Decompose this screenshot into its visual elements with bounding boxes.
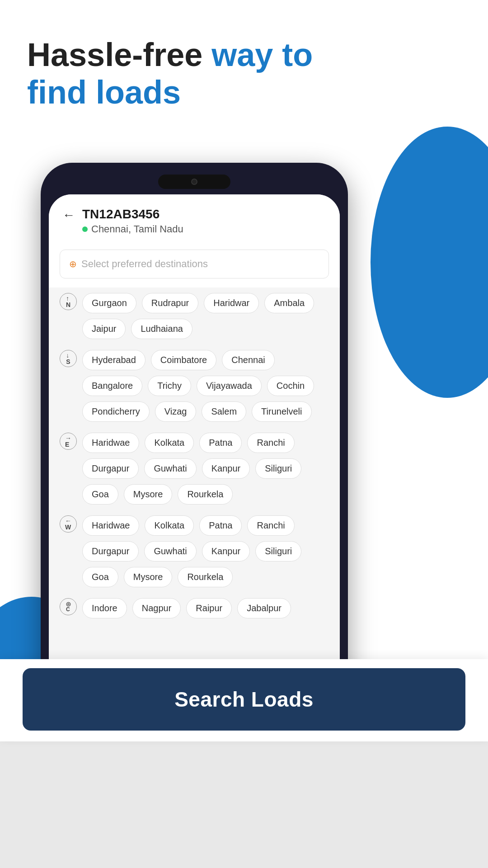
north-header: ↑N Gurgaon Rudrapur Haridwar Ambala Jaip… <box>60 293 329 339</box>
destination-search-field[interactable]: ⊕ Select preferred destinations <box>60 250 329 278</box>
tag-tirunelveli[interactable]: Tirunelveli <box>252 401 311 422</box>
tag-trichy[interactable]: Trichy <box>148 376 191 396</box>
bottom-hint-bar <box>0 741 488 868</box>
tag-chennai[interactable]: Chennai <box>222 350 275 370</box>
central-tags: Indore Nagpur Raipur Jabalpur <box>82 598 329 618</box>
tag-vijayawada[interactable]: Vijayawada <box>197 376 262 396</box>
bottom-action-bar: Search Loads <box>0 659 488 741</box>
location-pin-icon: ⊕ <box>69 259 77 269</box>
north-section: ↑N Gurgaon Rudrapur Haridwar Ambala Jaip… <box>60 293 329 339</box>
west-icon: ←W <box>60 515 77 533</box>
search-loads-button[interactable]: Search Loads <box>23 668 465 731</box>
tag-ambala[interactable]: Ambala <box>264 293 314 313</box>
tag-siliguri-w[interactable]: Siliguri <box>255 541 301 561</box>
east-header: →E Haridwae Kolkata Patna Ranchi Durgapu… <box>60 433 329 505</box>
tag-jaipur[interactable]: Jaipur <box>82 319 126 339</box>
tag-guwhati-w[interactable]: Guwhati <box>144 541 196 561</box>
north-tags: Gurgaon Rudrapur Haridwar Ambala Jaipur … <box>82 293 329 339</box>
tag-kolkata-e[interactable]: Kolkata <box>145 433 194 453</box>
back-button[interactable]: ← <box>62 208 75 222</box>
tag-haridwae-e[interactable]: Haridwae <box>82 433 139 453</box>
tag-vizag[interactable]: Vizag <box>155 401 197 422</box>
phone-mockup: ← TN12AB3456 Chennai, Tamil Nadu ⊕ Selec… <box>41 163 348 745</box>
tag-kanpur-e[interactable]: Kanpur <box>202 458 250 479</box>
phone-camera <box>191 179 197 185</box>
east-tags: Haridwae Kolkata Patna Ranchi Durgapur G… <box>82 433 329 505</box>
tag-guwhati-e[interactable]: Guwhati <box>144 458 196 479</box>
location-text: Chennai, Tamil Nadu <box>91 223 183 235</box>
south-tags: Hyderabad Coimbatore Chennai Bangalore T… <box>82 350 329 422</box>
search-placeholder: Select preferred destinations <box>81 258 208 270</box>
tag-coimbatore[interactable]: Coimbatore <box>151 350 216 370</box>
tag-indore[interactable]: Indore <box>82 598 127 618</box>
tag-hyderabad[interactable]: Hyderabad <box>82 350 145 370</box>
tag-jabalpur[interactable]: Jabalpur <box>237 598 291 618</box>
phone-frame: ← TN12AB3456 Chennai, Tamil Nadu ⊕ Selec… <box>41 163 348 745</box>
tag-durgapur-e[interactable]: Durgapur <box>82 458 139 479</box>
vehicle-id: TN12AB3456 <box>82 207 183 222</box>
west-header: ←W Haridwae Kolkata Patna Ranchi Durgapu… <box>60 515 329 587</box>
tag-goa-w[interactable]: Goa <box>82 567 118 587</box>
tag-kanpur-w[interactable]: Kanpur <box>202 541 250 561</box>
headline-part1: Hassle-free <box>27 37 211 73</box>
tag-rourkela-e[interactable]: Rourkela <box>178 484 233 505</box>
tag-bangalore[interactable]: Bangalore <box>82 376 142 396</box>
screen-header: ← TN12AB3456 Chennai, Tamil Nadu <box>49 194 340 242</box>
tag-kolkata-w[interactable]: Kolkata <box>145 515 194 536</box>
tag-cochin[interactable]: Cochin <box>267 376 314 396</box>
central-icon: ◎C <box>60 598 77 615</box>
tag-patna-e[interactable]: Patna <box>199 433 242 453</box>
west-tags: Haridwae Kolkata Patna Ranchi Durgapur G… <box>82 515 329 587</box>
central-section: ◎C Indore Nagpur Raipur Jabalpur <box>60 598 329 618</box>
east-section: →E Haridwae Kolkata Patna Ranchi Durgapu… <box>60 433 329 505</box>
tag-patna-w[interactable]: Patna <box>199 515 242 536</box>
tag-gurgaon[interactable]: Gurgaon <box>82 293 136 313</box>
phone-notch-bar <box>49 171 340 194</box>
south-section: ↓S Hyderabad Coimbatore Chennai Bangalor… <box>60 350 329 422</box>
tag-ranchi-e[interactable]: Ranchi <box>247 433 294 453</box>
destinations-container: ↑N Gurgaon Rudrapur Haridwar Ambala Jaip… <box>49 288 340 635</box>
search-container: ⊕ Select preferred destinations <box>49 242 340 288</box>
phone-screen: ← TN12AB3456 Chennai, Tamil Nadu ⊕ Selec… <box>49 194 340 737</box>
tag-durgapur-w[interactable]: Durgapur <box>82 541 139 561</box>
tag-rudrapur[interactable]: Rudrapur <box>142 293 198 313</box>
vehicle-location: Chennai, Tamil Nadu <box>82 223 183 235</box>
tag-siliguri-e[interactable]: Siliguri <box>255 458 301 479</box>
south-icon: ↓S <box>60 350 77 367</box>
tag-salem[interactable]: Salem <box>202 401 246 422</box>
tag-nagpur[interactable]: Nagpur <box>132 598 181 618</box>
tag-mysore-e[interactable]: Mysore <box>124 484 173 505</box>
online-status-dot <box>82 226 88 232</box>
tag-goa-e[interactable]: Goa <box>82 484 118 505</box>
phone-notch <box>158 175 230 189</box>
tag-raipur[interactable]: Raipur <box>186 598 232 618</box>
tag-ludhaiana[interactable]: Ludhaiana <box>131 319 192 339</box>
south-header: ↓S Hyderabad Coimbatore Chennai Bangalor… <box>60 350 329 422</box>
decorative-circle-right <box>371 127 488 398</box>
vehicle-info: TN12AB3456 Chennai, Tamil Nadu <box>82 207 183 235</box>
headline: Hassle-free way to find loads <box>27 36 343 111</box>
tag-haridwar[interactable]: Haridwar <box>204 293 259 313</box>
tag-rourkela-w[interactable]: Rourkela <box>178 567 233 587</box>
tag-mysore-w[interactable]: Mysore <box>124 567 173 587</box>
tag-pondicherry[interactable]: Pondicherry <box>82 401 150 422</box>
west-section: ←W Haridwae Kolkata Patna Ranchi Durgapu… <box>60 515 329 587</box>
east-icon: →E <box>60 433 77 450</box>
tag-haridwae-w[interactable]: Haridwae <box>82 515 139 536</box>
central-header: ◎C Indore Nagpur Raipur Jabalpur <box>60 598 329 618</box>
north-icon: ↑N <box>60 293 77 310</box>
tag-ranchi-w[interactable]: Ranchi <box>247 515 294 536</box>
